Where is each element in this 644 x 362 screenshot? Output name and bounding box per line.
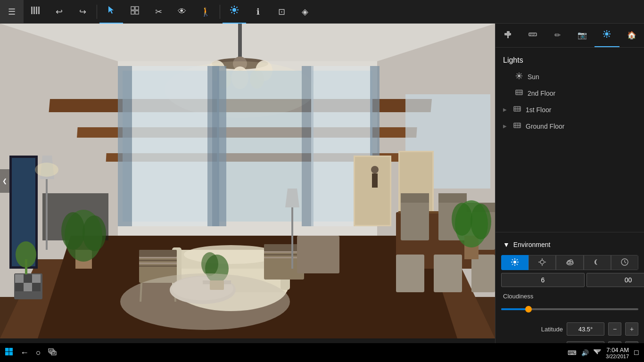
ground-floor-light-item[interactable]: ▶ Ground Floor (495, 118, 644, 134)
cloudiness-slider-row (495, 302, 644, 320)
taskbar-left: ← ○ (5, 347, 57, 358)
environment-collapse-icon: ▼ (503, 241, 510, 248)
panel-measure-button[interactable] (520, 24, 545, 47)
svg-rect-180 (9, 348, 13, 352)
arrange-icon (130, 6, 140, 17)
latitude-input[interactable] (567, 322, 604, 336)
svg-rect-76 (139, 257, 177, 258)
panel-lights-button[interactable] (594, 24, 619, 47)
top-toolbar: ☰ ↩ ↪ ✂ (0, 0, 644, 24)
clear-day-button[interactable] (501, 255, 528, 270)
minutes-input[interactable] (586, 273, 644, 287)
panel-camera-button[interactable]: 📷 (570, 24, 595, 47)
select-button[interactable] (99, 0, 123, 24)
sun-light-item[interactable]: Sun (495, 68, 644, 85)
latitude-row: Latitude − + (495, 320, 644, 338)
svg-rect-182 (9, 352, 13, 356)
svg-rect-105 (401, 193, 429, 203)
home-icon: 🏠 (627, 31, 636, 40)
library-button[interactable] (24, 0, 47, 24)
panel-icon-bar: ✏ 📷 🏠 (495, 24, 644, 48)
svg-rect-62 (32, 274, 41, 283)
scissors-icon: ✂ (155, 7, 162, 17)
svg-point-98 (371, 166, 379, 173)
volume-icon[interactable]: 🔊 (581, 349, 589, 356)
info-button[interactable]: ℹ (246, 0, 270, 24)
1st-floor-expand-arrow: ▶ (503, 107, 507, 112)
undo-button[interactable]: ↩ (47, 0, 71, 24)
svg-rect-5 (131, 7, 134, 10)
svg-rect-111 (434, 255, 462, 292)
svg-rect-7 (131, 11, 134, 14)
panel-build-button[interactable] (495, 24, 520, 47)
svg-rect-52 (46, 179, 48, 250)
keyboard-icon[interactable]: ⌨ (568, 349, 577, 356)
cortana-button[interactable]: ○ (36, 348, 41, 358)
light-button[interactable] (223, 0, 246, 24)
current-time: 7:04 AM (606, 346, 629, 354)
svg-line-141 (520, 77, 521, 78)
svg-marker-4 (108, 6, 114, 14)
svg-point-115 (452, 203, 472, 236)
1st-floor-light-item[interactable]: ▶ 1st Floor (495, 101, 644, 118)
svg-rect-3 (38, 7, 40, 14)
time-input-row: AM (501, 273, 638, 287)
panel-spacer (495, 139, 644, 232)
chevron-left-icon: ❮ (2, 178, 7, 184)
svg-rect-77 (139, 260, 177, 261)
svg-point-9 (232, 8, 236, 12)
custom-time-button[interactable] (611, 255, 638, 270)
back-button[interactable]: ← (20, 348, 29, 358)
arrange-button[interactable] (123, 0, 147, 24)
walk-button[interactable]: 🚶 (194, 0, 217, 24)
time-display[interactable]: 7:04 AM 3/22/2017 (606, 346, 629, 359)
cloudiness-track[interactable] (501, 308, 638, 310)
cloudiness-thumb[interactable] (525, 306, 532, 313)
night-button[interactable] (584, 255, 611, 270)
cloud-icon (566, 258, 574, 268)
notification-button[interactable]: ☐ (634, 349, 639, 356)
svg-point-116 (471, 204, 491, 239)
3d-viewport[interactable]: ❮ (0, 24, 495, 338)
separator-1 (97, 5, 97, 19)
cloudiness-label: Cloudiness (495, 290, 644, 302)
display-button[interactable]: ⊡ (270, 0, 293, 24)
svg-line-134 (604, 36, 605, 37)
panel-edit-button[interactable]: ✏ (545, 24, 570, 47)
svg-rect-28 (238, 24, 242, 61)
cloudiness-fill (501, 308, 528, 310)
redo-button[interactable]: ↪ (71, 0, 94, 24)
3d-icon: ◈ (302, 7, 308, 17)
redo-icon: ↪ (79, 7, 86, 17)
sunny-button[interactable] (528, 255, 556, 270)
svg-rect-43 (212, 66, 226, 226)
svg-point-126 (605, 33, 609, 36)
library-icon (30, 5, 41, 18)
cloudy-button[interactable] (556, 255, 583, 270)
start-button[interactable] (5, 347, 13, 358)
svg-point-168 (540, 260, 544, 264)
sun-weather-icon (538, 258, 546, 268)
svg-rect-75 (139, 250, 177, 257)
svg-point-159 (513, 261, 516, 263)
3d-button[interactable]: ◈ (293, 0, 317, 24)
2nd-floor-light-label: 2nd Floor (528, 90, 636, 97)
panel-home-button[interactable]: 🏠 (619, 24, 644, 47)
hour-input[interactable] (501, 273, 585, 287)
environment-header[interactable]: ▼ Environment (495, 237, 644, 252)
latitude-minus-button[interactable]: − (608, 322, 621, 336)
network-icon[interactable] (594, 349, 601, 357)
svg-point-117 (120, 273, 290, 330)
svg-point-58 (83, 215, 106, 251)
sun-light-icon (515, 72, 523, 81)
latitude-plus-button[interactable]: + (625, 322, 638, 336)
left-panel-arrow[interactable]: ❮ (0, 169, 9, 193)
svg-point-57 (61, 212, 85, 250)
lights-title: Lights (495, 52, 644, 68)
task-view-button[interactable] (48, 348, 57, 357)
view-button[interactable]: 👁 (170, 0, 194, 24)
walk-icon: 🚶 (200, 7, 211, 17)
menu-button[interactable]: ☰ (0, 0, 24, 24)
edit-button[interactable]: ✂ (147, 0, 170, 24)
2nd-floor-light-item[interactable]: 2nd Floor (495, 85, 644, 101)
